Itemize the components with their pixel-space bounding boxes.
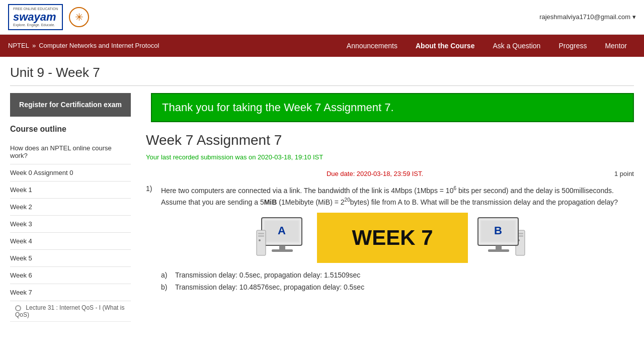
due-date-points-row: Due date: 2020-03-18, 23:59 IST. 1 point (146, 170, 634, 177)
page-title: Unit 9 - Week 7 (10, 65, 634, 80)
sidebar: Register for Certification exam Course o… (10, 93, 136, 322)
svg-text:A: A (278, 224, 286, 237)
breadcrumb: NPTEL » Computer Networks and Internet P… (8, 42, 159, 49)
submission-info: Your last recorded submission was on 202… (146, 153, 323, 161)
breadcrumb-home[interactable]: NPTEL (8, 42, 29, 49)
nav-links: Announcements About the Course Ask a Que… (338, 35, 636, 57)
svg-rect-18 (496, 245, 502, 249)
page-divider (10, 85, 634, 86)
question-row: 1) Here two computers are connected via … (146, 185, 634, 208)
option-a: a) Transmission delay: 0.5sec, propagati… (161, 271, 634, 279)
options-list: a) Transmission delay: 0.5sec, propagati… (146, 271, 634, 291)
thank-you-banner: Thank you for taking the Week 7 Assignme… (151, 93, 634, 122)
register-certification-button[interactable]: Register for Certification exam (10, 93, 131, 117)
logo-area: FREE ONLINE EDUCATION swayam Explore. En… (8, 4, 89, 30)
sidebar-item-week1[interactable]: Week 1 (10, 182, 131, 199)
nav-about-course[interactable]: About the Course (407, 35, 484, 57)
computer-b: B (468, 215, 533, 260)
nptel-wheel-icon: ✳ (69, 7, 89, 27)
sidebar-item-lecture31[interactable]: Lecture 31 : Internet QoS - I (What is Q… (10, 301, 131, 322)
sidebar-item-week4[interactable]: Week 4 (10, 233, 131, 250)
svg-rect-8 (258, 235, 264, 237)
sidebar-item-week3[interactable]: Week 3 (10, 216, 131, 233)
course-outline-title: Course outline (10, 125, 131, 134)
user-area[interactable]: rajeshmalviya1710@gmail.com ▾ (539, 13, 636, 21)
sidebar-item-how-nptel[interactable]: How does an NPTEL online course work? (10, 140, 131, 164)
top-header: FREE ONLINE EDUCATION swayam Explore. En… (0, 0, 644, 35)
due-date-row: Your last recorded submission was on 202… (146, 153, 634, 163)
swayam-icon: FREE ONLINE EDUCATION swayam Explore. En… (13, 7, 58, 27)
dropdown-arrow-icon[interactable]: ▾ (632, 13, 636, 21)
sidebar-item-week7[interactable]: Week 7 (10, 284, 131, 301)
computer-a: A (252, 215, 317, 260)
swayam-text: swayam (13, 11, 58, 23)
question-number: 1) (146, 185, 156, 208)
sidebar-item-week0[interactable]: Week 0 Assignment 0 (10, 164, 131, 182)
swayam-logo: FREE ONLINE EDUCATION swayam Explore. En… (8, 4, 63, 30)
breadcrumb-separator: » (32, 42, 36, 49)
nav-announcements[interactable]: Announcements (338, 35, 407, 57)
user-email: rajeshmalviya1710@gmail.com (539, 13, 630, 21)
page-content: Unit 9 - Week 7 Register for Certificati… (0, 57, 644, 330)
nav-bar: NPTEL » Computer Networks and Internet P… (0, 35, 644, 57)
nav-mentor[interactable]: Mentor (596, 35, 636, 57)
breadcrumb-course: Computer Networks and Internet Protocol (39, 42, 159, 49)
svg-rect-7 (258, 233, 264, 234)
main-layout: Register for Certification exam Course o… (10, 93, 634, 322)
sidebar-item-week6[interactable]: Week 6 (10, 267, 131, 284)
content-area: Thank you for taking the Week 7 Assignme… (136, 93, 634, 322)
svg-rect-4 (279, 245, 285, 249)
sidebar-item-week2[interactable]: Week 2 (10, 199, 131, 216)
question-text: Here two computers are connected via a l… (161, 185, 634, 208)
assignment-title: Week 7 Assignment 7 (146, 132, 634, 148)
sidebar-item-week5[interactable]: Week 5 (10, 250, 131, 267)
week7-image: A WEEK 7 (161, 213, 624, 263)
option-b: b) Transmission delay: 10.48576sec, prop… (161, 283, 634, 291)
radio-icon (15, 305, 21, 311)
due-date: Due date: 2020-03-18, 23:59 IST. (327, 170, 423, 177)
svg-point-9 (259, 239, 261, 241)
nav-progress[interactable]: Progress (549, 35, 596, 57)
svg-rect-19 (488, 249, 509, 252)
computer-b-svg: B (470, 215, 531, 260)
week7-label: WEEK 7 (317, 213, 468, 263)
computer-a-svg: A (254, 215, 314, 260)
nav-ask-question[interactable]: Ask a Question (484, 35, 549, 57)
question-block: 1) Here two computers are connected via … (146, 185, 634, 291)
svg-text:B: B (494, 224, 502, 237)
points-label: 1 point (604, 170, 634, 177)
svg-rect-5 (272, 249, 293, 252)
